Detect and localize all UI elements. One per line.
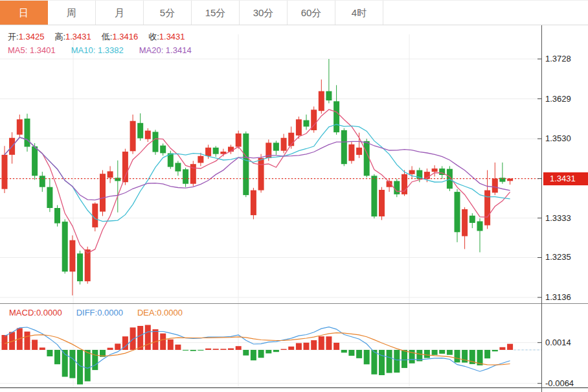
tab-4hour[interactable]: 4时 (335, 1, 383, 25)
ma20-readout: MA20: 1.3414 (139, 45, 192, 55)
price-axis-label: 1.3530 (545, 133, 571, 144)
tab-15min[interactable]: 15分 (192, 1, 240, 25)
close-label: 收: (148, 32, 159, 41)
timeframe-tabbar: 日 周 月 5分 15分 30分 60分 4时 (0, 0, 588, 25)
price-axis-label: 1.3629 (545, 93, 571, 105)
ma10-readout: MA10: 1.3382 (71, 45, 124, 55)
chart-area: 开:1.3425高:1.3431低:1.3416收:1.3431 MA5: 1.… (0, 25, 588, 392)
low-label: 低: (102, 32, 113, 41)
open-label: 开: (8, 32, 19, 41)
price-axis-label: 1.3235 (545, 251, 571, 263)
tab-5min[interactable]: 5分 (144, 1, 192, 25)
low-value: 1.3416 (112, 32, 138, 41)
high-value: 1.3431 (65, 32, 91, 41)
tab-day[interactable]: 日 (0, 1, 48, 25)
high-label: 高: (54, 32, 65, 41)
tab-30min[interactable]: 30分 (240, 1, 288, 25)
price-axis-label: 1.3136 (545, 292, 571, 303)
macd-axis-label: 0.0014 (545, 337, 571, 349)
price-axis-label: 1.3728 (545, 53, 571, 65)
candlestick-chart[interactable] (0, 25, 588, 392)
tab-60min[interactable]: 60分 (288, 1, 335, 25)
tab-month[interactable]: 月 (96, 1, 144, 25)
macd-info: MACD:0.0000DIFF:0.0000DEA:0.0000 (9, 308, 183, 317)
ma-info: MA5: 1.3401MA10: 1.3382MA20: 1.3414 (8, 45, 192, 55)
kline-trading-app: 日 周 月 5分 15分 30分 60分 4时 开:1.3425高:1.3431… (0, 0, 588, 392)
price-axis-label: 1.3333 (545, 213, 571, 224)
ma5-readout: MA5: 1.3401 (8, 45, 56, 55)
close-value: 1.3431 (159, 32, 185, 41)
open-value: 1.3425 (19, 32, 45, 41)
macd-axis-label: -0.0064 (545, 378, 574, 389)
ohlc-info: 开:1.3425高:1.3431低:1.3416收:1.3431 (8, 31, 196, 43)
dea-readout: DEA:0.0000 (137, 308, 183, 317)
macd-readout: MACD:0.0000 (9, 308, 62, 317)
tabbar-spacer (383, 1, 588, 25)
diff-readout: DIFF:0.0000 (76, 308, 123, 317)
tab-week[interactable]: 周 (48, 1, 96, 25)
current-price-tag: 1.3431 (543, 172, 588, 185)
